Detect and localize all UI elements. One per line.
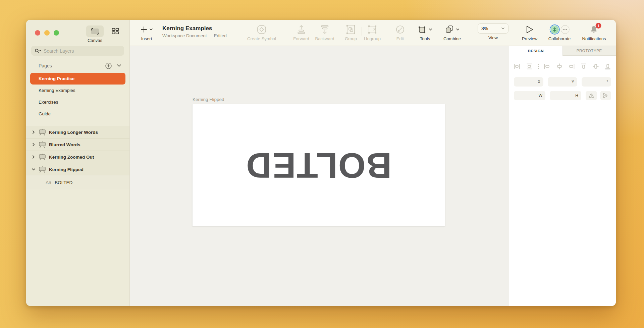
align-left-icon[interactable] bbox=[544, 63, 550, 70]
notification-badge: 1 bbox=[596, 23, 601, 29]
page-item-exercises[interactable]: Exercises bbox=[26, 96, 129, 108]
add-page-icon[interactable] bbox=[105, 62, 112, 69]
preview-button[interactable]: Preview bbox=[522, 23, 537, 41]
insert-button[interactable]: Insert bbox=[140, 23, 153, 41]
distribute-horizontally-icon[interactable] bbox=[514, 63, 520, 70]
height-field[interactable]: H bbox=[550, 91, 581, 100]
size-fields-row: W H bbox=[509, 91, 616, 100]
chevron-right-icon[interactable] bbox=[32, 155, 36, 159]
layer-label: Kerning Zoomed Out bbox=[49, 155, 94, 160]
flip-buttons bbox=[586, 91, 611, 100]
tools-icon bbox=[418, 25, 427, 34]
artboard-icon bbox=[38, 166, 46, 173]
edit-button[interactable]: Edit bbox=[395, 23, 405, 41]
flip-horizontal-button[interactable] bbox=[586, 91, 597, 100]
inspector-panel: DESIGN PROTOTYPE bbox=[509, 46, 616, 306]
view-control: 3% View bbox=[478, 23, 508, 40]
artboard-icon bbox=[38, 129, 46, 135]
rotation-degree-label: ° bbox=[606, 79, 608, 84]
page-item-kerning-examples[interactable]: Kerning Examples bbox=[26, 85, 129, 96]
sidebar-view-toggle: Canvas bbox=[86, 25, 125, 43]
align-top-icon[interactable] bbox=[580, 63, 587, 70]
app-window: Canvas Pages bbox=[26, 20, 616, 306]
toolbar-divider bbox=[313, 27, 313, 36]
align-bottom-icon[interactable] bbox=[604, 63, 611, 70]
backward-button[interactable]: Backward bbox=[315, 23, 334, 41]
collaborate-more-icon[interactable] bbox=[561, 25, 570, 34]
canvas-view-segment[interactable] bbox=[86, 25, 104, 37]
combine-button[interactable]: Combine bbox=[443, 23, 461, 41]
sidebar: Canvas Pages bbox=[26, 20, 130, 306]
layer-row-kerning-flipped[interactable]: Kerning Flipped bbox=[26, 163, 129, 175]
document-subtitle[interactable]: Workspace Document — Edited bbox=[162, 33, 227, 38]
canvas-view-label: Canvas bbox=[86, 38, 104, 43]
group-button[interactable]: Group bbox=[345, 23, 357, 41]
group-icon bbox=[346, 24, 356, 35]
width-input[interactable] bbox=[517, 93, 537, 98]
ungroup-button[interactable]: Ungroup bbox=[364, 23, 381, 41]
rotation-field[interactable]: ° bbox=[582, 77, 611, 87]
flipped-text-layer[interactable]: BOLTED bbox=[246, 145, 392, 185]
distribute-vertically-icon[interactable] bbox=[526, 63, 533, 70]
zoom-select[interactable]: 3% bbox=[478, 23, 508, 34]
pages-collapse-chevron-icon[interactable] bbox=[117, 64, 121, 67]
artboard-kerning-flipped[interactable]: BOLTED bbox=[192, 104, 445, 226]
canvas[interactable]: Kerning Flipped BOLTED bbox=[130, 46, 509, 306]
canvas-icon bbox=[91, 28, 100, 35]
tools-button[interactable]: Tools bbox=[418, 23, 432, 41]
minimize-window-button[interactable] bbox=[44, 30, 50, 36]
plus-icon bbox=[140, 26, 148, 33]
toolbar: Insert Kerning Examples Workspace Docume… bbox=[130, 20, 616, 46]
toolbar-divider bbox=[362, 27, 362, 36]
artboard-title[interactable]: Kerning Flipped bbox=[193, 97, 224, 102]
page-item-kerning-practice[interactable]: Kerning Practice bbox=[30, 73, 125, 85]
create-symbol-button[interactable]: Create Symbol bbox=[247, 23, 276, 41]
layer-row-kerning-zoomed-out[interactable]: Kerning Zoomed Out bbox=[26, 151, 129, 163]
x-input[interactable] bbox=[517, 79, 536, 85]
y-input[interactable] bbox=[551, 79, 570, 85]
notifications-button[interactable]: 1 Notifications bbox=[582, 23, 606, 41]
components-grid-icon bbox=[111, 27, 119, 35]
rotation-input[interactable] bbox=[585, 79, 605, 85]
close-window-button[interactable] bbox=[35, 30, 40, 36]
layer-child-bolted[interactable]: Aa BOLTED bbox=[26, 175, 129, 189]
page-item-guide[interactable]: Guide bbox=[26, 108, 129, 120]
tab-prototype[interactable]: PROTOTYPE bbox=[562, 46, 616, 56]
layer-label: Kerning Flipped bbox=[49, 167, 84, 172]
width-field[interactable]: W bbox=[514, 91, 545, 100]
zoom-value: 3% bbox=[481, 26, 488, 31]
artboard-icon bbox=[38, 141, 46, 148]
height-input[interactable] bbox=[553, 93, 574, 98]
flip-vertical-button[interactable] bbox=[600, 91, 611, 100]
x-label: X bbox=[538, 79, 540, 84]
collaborate-button[interactable]: Collaborate bbox=[548, 23, 571, 41]
chevron-right-icon[interactable] bbox=[32, 143, 36, 147]
forward-button[interactable]: Forward bbox=[293, 23, 309, 41]
chevron-right-icon[interactable] bbox=[32, 130, 36, 134]
search-icon[interactable] bbox=[35, 48, 41, 54]
align-vertical-center-icon[interactable] bbox=[592, 63, 599, 70]
chevron-down-icon bbox=[149, 28, 153, 31]
search-input[interactable] bbox=[44, 48, 121, 54]
tab-design[interactable]: DESIGN bbox=[509, 46, 562, 56]
page-list: Kerning Practice Kerning Examples Exerci… bbox=[26, 73, 129, 120]
x-position-field[interactable]: X bbox=[514, 77, 543, 87]
width-label: W bbox=[539, 93, 542, 98]
components-view-segment[interactable] bbox=[107, 25, 124, 37]
alignment-options-dots-icon[interactable] bbox=[535, 63, 542, 70]
layer-row-kerning-longer-words[interactable]: Kerning Longer Words bbox=[26, 126, 129, 138]
document-title: Kerning Examples bbox=[162, 25, 227, 32]
layer-row-blurred-words[interactable]: Blurred Words bbox=[26, 138, 129, 151]
align-horizontal-center-icon[interactable] bbox=[556, 63, 563, 70]
chevron-down-icon[interactable] bbox=[32, 168, 36, 171]
ungroup-icon bbox=[367, 24, 377, 35]
height-label: H bbox=[575, 93, 578, 98]
y-position-field[interactable]: Y bbox=[548, 77, 577, 87]
flip-horizontal-icon bbox=[588, 92, 595, 99]
chevron-down-icon bbox=[501, 27, 505, 30]
layers-search bbox=[31, 46, 124, 56]
zoom-window-button[interactable] bbox=[54, 30, 59, 36]
layer-list: Kerning Longer Words Blurred Words bbox=[26, 126, 129, 189]
align-right-icon[interactable] bbox=[568, 63, 575, 70]
collaborator-avatar[interactable] bbox=[550, 24, 560, 35]
